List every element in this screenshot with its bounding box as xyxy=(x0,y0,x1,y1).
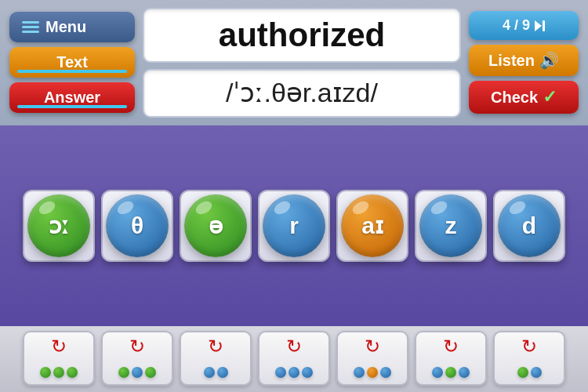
redo-icon-7: ↻ xyxy=(521,337,537,356)
control-tile-3[interactable]: ↻ xyxy=(180,331,252,386)
dots-6 xyxy=(432,367,470,378)
word-display: authorized xyxy=(143,8,461,63)
dots-3 xyxy=(204,367,228,378)
dot xyxy=(531,367,542,378)
phoneme-ball-5[interactable]: aɪ xyxy=(341,194,404,257)
dot xyxy=(380,367,391,378)
phonetic-display: /ˈɔː.θər.aɪzd/ xyxy=(143,69,461,117)
dot xyxy=(40,367,51,378)
dot xyxy=(67,367,78,378)
control-tile-2[interactable]: ↻ xyxy=(101,331,173,386)
redo-icon-2: ↻ xyxy=(129,337,145,356)
dot xyxy=(432,367,443,378)
phoneme-ball-1[interactable]: ɔː xyxy=(27,194,90,257)
menu-label: Menu xyxy=(45,18,86,36)
dot xyxy=(204,367,215,378)
progress-button[interactable]: 4 / 9 xyxy=(469,11,579,40)
phoneme-slot-2: θ xyxy=(101,190,173,262)
phoneme-area: ɔː θ ə r aɪ z d xyxy=(0,125,588,326)
phoneme-slot-3: ə xyxy=(180,190,252,262)
dot xyxy=(275,367,286,378)
control-tile-5[interactable]: ↻ xyxy=(336,331,408,386)
top-section: Menu Text Answer authorized /ˈɔː.θər.aɪz… xyxy=(0,0,588,125)
dot xyxy=(302,367,313,378)
app-container: Menu Text Answer authorized /ˈɔː.θər.aɪz… xyxy=(0,0,588,392)
control-tile-6[interactable]: ↻ xyxy=(415,331,487,386)
phoneme-ball-7[interactable]: d xyxy=(498,194,561,257)
control-tile-4[interactable]: ↻ xyxy=(258,331,330,386)
dot xyxy=(118,367,129,378)
skip-forward-icon xyxy=(535,20,545,31)
controls-area: ↻ ↻ ↻ ↻ xyxy=(0,326,588,392)
answer-button[interactable]: Answer xyxy=(9,82,135,113)
dot xyxy=(354,367,365,378)
listen-button[interactable]: Listen 🔊 xyxy=(469,45,579,76)
dots-2 xyxy=(118,367,156,378)
dot xyxy=(459,367,470,378)
redo-icon-1: ↻ xyxy=(51,337,67,356)
dots-7 xyxy=(517,367,542,378)
phoneme-ball-4[interactable]: r xyxy=(263,194,325,257)
dot xyxy=(53,367,64,378)
dots-4 xyxy=(275,367,313,378)
phoneme-slot-5: aɪ xyxy=(336,190,408,262)
dot xyxy=(367,367,378,378)
speaker-icon: 🔊 xyxy=(539,51,559,70)
answer-label: Answer xyxy=(44,89,100,106)
text-label: Text xyxy=(56,53,88,71)
dot xyxy=(217,367,228,378)
listen-label: Listen xyxy=(488,52,535,70)
control-tile-1[interactable]: ↻ xyxy=(23,331,95,386)
phoneme-slot-1: ɔː xyxy=(23,190,95,262)
dot xyxy=(289,367,299,378)
control-tile-7[interactable]: ↻ xyxy=(493,331,565,386)
dot xyxy=(132,367,143,378)
phoneme-ball-2[interactable]: θ xyxy=(106,194,169,257)
checkmark-icon: ✓ xyxy=(543,87,557,107)
menu-icon xyxy=(22,21,39,33)
dot xyxy=(145,367,156,378)
left-buttons: Menu Text Answer xyxy=(9,12,135,113)
top-row: Menu Text Answer authorized /ˈɔː.θər.aɪz… xyxy=(9,8,579,118)
phoneme-ball-3[interactable]: ə xyxy=(184,194,247,257)
phoneme-slot-6: z xyxy=(415,190,487,262)
redo-icon-5: ↻ xyxy=(365,337,380,356)
right-buttons: 4 / 9 Listen 🔊 Check ✓ xyxy=(469,11,579,114)
check-button[interactable]: Check ✓ xyxy=(469,81,579,114)
phoneme-slot-7: d xyxy=(493,190,565,262)
dot xyxy=(445,367,456,378)
redo-icon-4: ↻ xyxy=(286,337,302,356)
phoneme-slot-4: r xyxy=(258,190,330,262)
phoneme-ball-6[interactable]: z xyxy=(419,194,482,257)
redo-icon-3: ↻ xyxy=(208,337,223,356)
dots-1 xyxy=(40,367,78,378)
redo-icon-6: ↻ xyxy=(443,337,459,356)
dot xyxy=(517,367,528,378)
menu-button[interactable]: Menu xyxy=(9,12,135,42)
text-button[interactable]: Text xyxy=(9,47,135,78)
check-label: Check xyxy=(491,89,538,107)
dots-5 xyxy=(354,367,391,378)
progress-label: 4 / 9 xyxy=(503,17,530,34)
center-display: authorized /ˈɔː.θər.aɪzd/ xyxy=(143,8,461,118)
